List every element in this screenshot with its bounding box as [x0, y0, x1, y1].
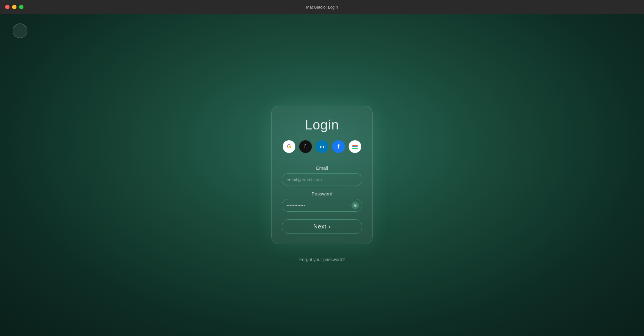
- back-arrow-icon: ←: [17, 28, 23, 34]
- login-title: Login: [305, 117, 339, 133]
- main-content: ← Login G  in f: [0, 14, 644, 336]
- facebook-icon: f: [338, 143, 339, 150]
- password-field-group: Password ◉: [282, 191, 362, 212]
- email-label: Email: [282, 165, 362, 171]
- maximize-button[interactable]: [19, 5, 23, 9]
- email-field-group: Email: [282, 165, 362, 186]
- password-label: Password: [282, 191, 362, 196]
- password-wrapper: ◉: [282, 199, 362, 212]
- google-signin-button[interactable]: G: [283, 140, 295, 153]
- minimize-button[interactable]: [12, 5, 16, 9]
- apple-signin-button[interactable]: : [299, 140, 312, 153]
- email-input[interactable]: [282, 173, 362, 186]
- social-buttons-row: G  in f: [283, 140, 361, 153]
- apple-icon: : [305, 143, 306, 150]
- facebook-signin-button[interactable]: f: [332, 140, 345, 153]
- titlebar-buttons: [5, 5, 23, 9]
- window-title: MacGlacio: Login: [306, 5, 338, 10]
- back-button[interactable]: ←: [13, 23, 27, 38]
- google-icon: G: [287, 144, 291, 149]
- sso-signin-button[interactable]: [349, 140, 361, 153]
- linkedin-icon: in: [320, 144, 324, 149]
- forgot-password-link[interactable]: Forgot your password?: [299, 257, 345, 262]
- linkedin-signin-button[interactable]: in: [316, 140, 328, 153]
- login-card: Login G  in f: [271, 106, 373, 244]
- close-button[interactable]: [5, 5, 10, 9]
- sso-icon: [352, 145, 358, 149]
- titlebar: MacGlacio: Login: [0, 0, 644, 14]
- eye-icon: ◉: [354, 203, 357, 208]
- password-input[interactable]: [282, 199, 362, 212]
- divider: [282, 159, 362, 159]
- toggle-password-button[interactable]: ◉: [351, 201, 359, 209]
- next-button[interactable]: Next ›: [282, 219, 362, 234]
